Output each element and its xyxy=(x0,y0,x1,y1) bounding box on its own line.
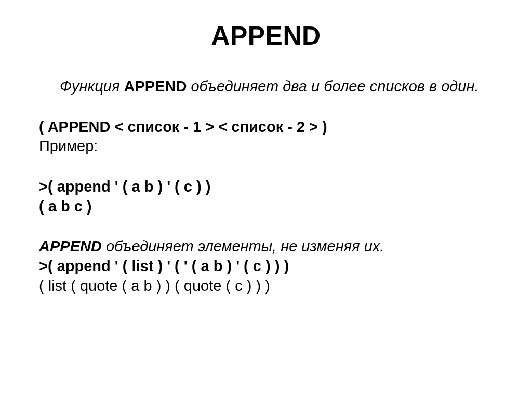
example-label: Пример: xyxy=(39,137,493,156)
note-line: APPEND объединяет элементы, не изменяя и… xyxy=(39,237,493,257)
note-and-example-2: APPEND объединяет элементы, не изменяя и… xyxy=(39,237,493,296)
note-rest: объединяет элементы, не изменяя их. xyxy=(102,238,384,255)
example-2-input: >( append ' ( list ) ' ( ' ( a b ) ' ( c… xyxy=(39,257,493,276)
intro-prefix: Функция xyxy=(60,78,124,95)
syntax-line: ( APPEND < список - 1 > < список - 2 > ) xyxy=(39,117,493,137)
slide-body: Функция APPEND объединяет два и более сп… xyxy=(39,77,493,296)
example-2-output: ( list ( quote ( a b ) ) ( quote ( c ) )… xyxy=(39,276,493,296)
slide-title: APPEND xyxy=(39,21,493,51)
example-1: >( append ' ( a b ) ' ( c ) ) ( a b c ) xyxy=(39,177,493,216)
example-1-output: ( a b c ) xyxy=(39,197,493,217)
intro-paragraph: Функция APPEND объединяет два и более сп… xyxy=(39,77,493,97)
example-1-input: >( append ' ( a b ) ' ( c ) ) xyxy=(39,177,493,197)
intro-suffix: объединяет два и более списков в один. xyxy=(187,78,478,95)
intro-function-name: APPEND xyxy=(124,78,187,95)
note-function-name: APPEND xyxy=(39,238,102,255)
